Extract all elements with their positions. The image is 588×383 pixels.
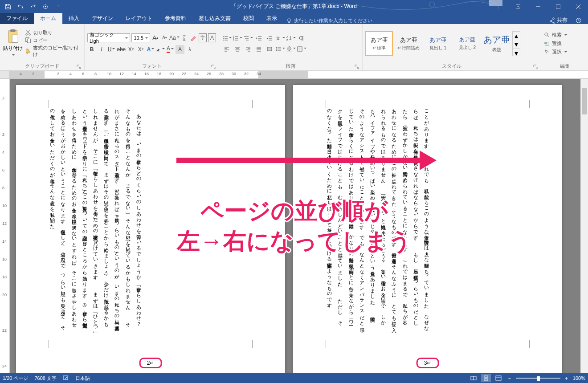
maximize-icon[interactable]: [548, 0, 568, 13]
ribbon: 貼り付け 切り取り コピー 書式のコピー/貼り付け クリップボード 游ゴシック …: [0, 24, 588, 71]
sort-icon[interactable]: AZ: [286, 34, 296, 43]
cut-button[interactable]: 切り取り: [25, 29, 82, 36]
font-color-icon[interactable]: A: [166, 45, 175, 54]
tab-references[interactable]: 参考資料: [159, 13, 192, 24]
tab-insert[interactable]: 挿入: [62, 13, 86, 24]
styles-gallery-more[interactable]: ▴▾▾: [512, 31, 520, 56]
status-language[interactable]: 日本語: [75, 375, 90, 382]
svg-point-15: [223, 38, 224, 39]
grow-font-icon[interactable]: A▴: [151, 33, 159, 42]
numbering-icon[interactable]: 123: [233, 34, 242, 43]
find-button[interactable]: 検索: [544, 32, 567, 38]
highlight-icon[interactable]: [156, 45, 165, 54]
tab-view[interactable]: 表示: [260, 13, 283, 24]
touch-mode-icon[interactable]: [40, 1, 51, 12]
share-button[interactable]: 共有: [549, 16, 568, 24]
svg-point-14: [223, 36, 224, 37]
status-word-count[interactable]: 7608 文字: [34, 375, 57, 382]
styles-dialog-launcher-icon[interactable]: [533, 64, 538, 69]
bullets-icon[interactable]: [222, 34, 232, 43]
close-icon[interactable]: [568, 0, 588, 13]
text-effects-icon[interactable]: A: [146, 45, 155, 54]
qat-dropdown-icon[interactable]: [53, 1, 63, 12]
show-marks-icon[interactable]: [297, 34, 306, 43]
zoom-level[interactable]: 100%: [573, 375, 585, 381]
paragraph-dialog-launcher-icon[interactable]: [354, 64, 359, 69]
select-button[interactable]: 選択: [544, 49, 567, 55]
tell-me-search[interactable]: 実行したい作業を入力してください: [286, 17, 372, 24]
svg-rect-7: [11, 29, 16, 32]
multilevel-list-icon[interactable]: [243, 34, 253, 43]
style-no-spacing[interactable]: あア亜↵ 行間詰め: [395, 31, 422, 56]
page-number-left: 2↵: [139, 358, 162, 368]
clear-formatting-icon[interactable]: [189, 33, 197, 42]
align-right-icon[interactable]: [243, 45, 253, 53]
character-border-icon[interactable]: A: [208, 33, 216, 42]
annotation-arrow: [176, 151, 437, 170]
group-styles: あア亜↵ 標準 あア亜↵ 行間詰め あア亜見出し 1 あア亜見出し 2 あア亜表…: [363, 24, 541, 70]
history-icon[interactable]: [576, 16, 582, 24]
underline-icon[interactable]: U: [107, 45, 116, 54]
increase-indent-icon[interactable]: [265, 34, 274, 43]
tab-file[interactable]: ファイル: [0, 13, 34, 24]
account-placeholder[interactable]: [489, 0, 502, 6]
status-page[interactable]: 1/20 ページ: [3, 375, 28, 382]
format-painter-button[interactable]: 書式のコピー/貼り付け: [25, 45, 82, 58]
align-center-icon[interactable]: [233, 45, 242, 53]
document-title: 「グッドバイブス ご機嫌な仕事」第1章.docx - Word: [231, 3, 357, 10]
horizontal-ruler[interactable]: 642246810121416182022242628303234: [0, 71, 588, 79]
style-title[interactable]: あア亜表題: [483, 31, 510, 56]
view-web-layout-icon[interactable]: [494, 374, 503, 382]
ribbon-display-icon[interactable]: [508, 0, 528, 13]
svg-rect-12: [28, 39, 31, 43]
subscript-icon[interactable]: X2: [127, 45, 135, 54]
vertical-scrollbar[interactable]: [580, 79, 588, 373]
font-size-combo[interactable]: 10.5: [131, 33, 150, 42]
justify-icon[interactable]: [254, 45, 264, 53]
tab-mailings[interactable]: 差し込み文書: [192, 13, 237, 24]
font-dialog-launcher-icon[interactable]: [211, 64, 216, 69]
copy-button[interactable]: コピー: [25, 37, 82, 44]
borders-icon[interactable]: [297, 45, 306, 53]
superscript-icon[interactable]: X2: [136, 45, 145, 54]
fit-text-icon[interactable]: A: [185, 45, 194, 54]
enclose-characters-icon[interactable]: 字: [199, 33, 207, 42]
character-shading-icon[interactable]: A: [176, 45, 184, 54]
vertical-ruler[interactable]: 224681012141618202224: [0, 79, 10, 375]
bold-icon[interactable]: B: [87, 45, 96, 54]
replace-button[interactable]: abac置換: [544, 40, 567, 47]
italic-icon[interactable]: I: [97, 45, 106, 54]
undo-icon[interactable]: [15, 1, 26, 12]
zoom-slider[interactable]: [516, 378, 560, 379]
style-heading-2[interactable]: あア亜見出し 2: [453, 31, 481, 56]
save-icon[interactable]: [3, 1, 13, 12]
svg-rect-4: [556, 4, 560, 9]
tab-home[interactable]: ホーム: [34, 13, 62, 24]
redo-icon[interactable]: [28, 1, 38, 12]
paste-button[interactable]: 貼り付け: [3, 29, 23, 58]
strikethrough-icon[interactable]: abc: [117, 45, 126, 54]
tab-design[interactable]: デザイン: [86, 13, 119, 24]
change-case-icon[interactable]: Aa: [170, 33, 179, 42]
align-left-icon[interactable]: [222, 45, 232, 53]
zoom-out-icon[interactable]: −: [506, 374, 513, 382]
tab-review[interactable]: 校閲: [237, 13, 260, 24]
page-left-text[interactable]: あなたは、いまの仕事からどのくらいのしあわせを得ているでしょうか。 「仕事からし…: [47, 106, 144, 328]
shrink-font-icon[interactable]: A▾: [161, 33, 169, 42]
style-heading-1[interactable]: あア亜見出し 1: [424, 31, 452, 56]
shading-icon[interactable]: [286, 45, 296, 53]
clipboard-dialog-launcher-icon[interactable]: [76, 64, 82, 69]
zoom-in-icon[interactable]: ＋: [563, 374, 570, 382]
tab-layout[interactable]: レイアウト: [119, 13, 159, 24]
decrease-indent-icon[interactable]: [254, 34, 264, 43]
view-print-layout-icon[interactable]: [481, 374, 491, 382]
minimize-icon[interactable]: [528, 0, 548, 13]
text-direction-icon[interactable]: 文: [275, 34, 285, 43]
status-proofing-icon[interactable]: [63, 375, 69, 382]
phonetic-guide-icon[interactable]: ア亜: [180, 33, 188, 42]
line-spacing-icon[interactable]: [275, 45, 285, 53]
view-read-mode-icon[interactable]: [469, 374, 478, 382]
distributed-icon[interactable]: [265, 45, 274, 53]
font-name-combo[interactable]: 游ゴシック Ligh: [87, 33, 130, 42]
style-normal[interactable]: あア亜↵ 標準: [365, 31, 393, 56]
